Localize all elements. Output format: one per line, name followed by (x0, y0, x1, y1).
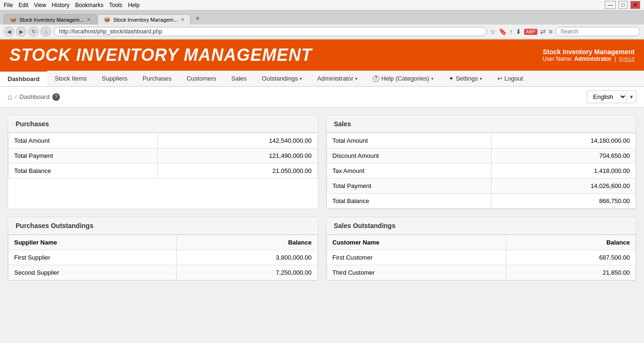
browser-chrome: File Edit View History Bookmarks Tools H… (0, 0, 644, 40)
menu-history[interactable]: History (52, 2, 69, 8)
search-input[interactable] (555, 27, 640, 36)
tab2-close[interactable]: ✕ (181, 17, 184, 22)
more-icon[interactable]: ≡ (549, 28, 552, 35)
browser-tabs: 📦 Stock Inventory Managem... ✕ 📦 Stock I… (0, 10, 644, 24)
sales-label-3: Total Payment (326, 179, 491, 194)
so-row-1: Third Customer 21,850.00 (326, 265, 636, 280)
bookmark-list-icon[interactable]: 🔖 (499, 28, 507, 35)
maximize-button[interactable]: □ (619, 1, 627, 9)
purchases-value-1: 121,490,000.00 (157, 148, 318, 163)
sales-outstandings-header: Sales Outstandings (326, 217, 636, 235)
help-dropdown-arrow: ▾ (431, 76, 434, 81)
nav-administrator[interactable]: Administrator ▾ (309, 71, 365, 86)
language-dropdown-arrow[interactable]: ▾ (627, 91, 636, 102)
username: Administrator (574, 56, 611, 62)
tab1-close[interactable]: ✕ (87, 17, 91, 22)
forward-button[interactable]: ▶ (16, 26, 26, 37)
sales-value-2: 1,418,000.00 (491, 163, 636, 179)
home-browser-button[interactable]: ⌂ (41, 26, 51, 37)
sales-outstandings-table: Customer Name Balance First Customer 687… (326, 235, 636, 280)
nav-suppliers[interactable]: Suppliers (94, 71, 135, 86)
nav-customers[interactable]: Customers (179, 71, 224, 86)
nav-sales[interactable]: Sales (224, 71, 254, 86)
breadcrumb-page: Dashboard (19, 93, 50, 100)
bookmark-star-icon[interactable]: ☆ (490, 28, 496, 35)
admin-dropdown-arrow: ▾ (355, 76, 358, 81)
sales-value-0: 14,180,000.00 (491, 133, 636, 148)
purchases-row-1: Total Payment 121,490,000.00 (8, 148, 318, 163)
nav-outstandings[interactable]: Outstandings ▾ (254, 71, 310, 86)
sales-label-4: Total Balance (326, 194, 491, 209)
sales-card-header: Sales (326, 115, 636, 133)
sales-row-3: Total Payment 14,026,600.00 (326, 179, 636, 194)
minimize-button[interactable]: — (605, 1, 616, 9)
menu-file[interactable]: File (4, 2, 13, 8)
back-button[interactable]: ◀ (4, 26, 14, 37)
browser-tab-1[interactable]: 📦 Stock Inventory Managem... ✕ (4, 14, 97, 24)
so-customer-1: Third Customer (326, 265, 506, 280)
reload-button[interactable]: ↻ (28, 26, 39, 37)
purchases-card-body: Total Amount 142,540,000.00 Total Paymen… (8, 133, 318, 179)
col-customer-name: Customer Name (326, 235, 506, 250)
sales-value-1: 704,650.00 (491, 148, 636, 163)
logout-icon: ↩ (497, 75, 502, 82)
so-customer-0: First Customer (326, 250, 506, 265)
share-icon[interactable]: ↑ (510, 28, 513, 35)
abp-icon[interactable]: ABP (524, 29, 537, 35)
browser-addressbar: ◀ ▶ ↻ ⌂ ☆ 🔖 ↑ ⬇ ABP ⇄ ≡ (0, 24, 644, 39)
app-title: STOCK INVENTORY MANAGEMENT (9, 45, 312, 65)
breadcrumb-info-icon[interactable]: ? (52, 93, 60, 101)
sales-card-body: Total Amount 14,180,000.00 Discount Amou… (326, 133, 636, 209)
po-row-0: First Supplier 3,800,000.00 (8, 250, 318, 265)
new-tab-button[interactable]: + (192, 12, 203, 24)
sync-icon[interactable]: ⇄ (540, 28, 546, 35)
browser-tab-2[interactable]: 📦 Stock Inventory Managem... ✕ (98, 14, 191, 25)
col-supplier-name: Supplier Name (8, 235, 177, 250)
sales-outstandings-header-row: Customer Name Balance (326, 235, 636, 250)
download-icon[interactable]: ⬇ (516, 28, 521, 35)
sales-label-0: Total Amount (326, 133, 491, 148)
home-breadcrumb-icon[interactable]: ⌂ (8, 93, 12, 101)
settings-icon: ✦ (449, 75, 454, 82)
col-balance-sales: Balance (506, 235, 636, 250)
nav-settings[interactable]: ✦ Settings ▾ (441, 71, 490, 86)
menu-edit[interactable]: Edit (18, 2, 28, 8)
settings-dropdown-arrow: ▾ (480, 76, 482, 81)
purchases-row-0: Total Amount 142,540,000.00 (8, 133, 318, 148)
sales-row-2: Tax Amount 1,418,000.00 (326, 163, 636, 179)
tab1-favicon: 📦 (10, 16, 17, 23)
po-supplier-0: First Supplier (8, 250, 177, 265)
nav-logout[interactable]: ↩ Logout (490, 71, 531, 86)
purchases-outstandings-body: Supplier Name Balance First Supplier 3,8… (8, 235, 318, 280)
menu-view[interactable]: View (34, 2, 46, 8)
menu-tools[interactable]: Tools (109, 2, 122, 8)
purchases-outstandings-header-row: Supplier Name Balance (8, 235, 318, 250)
tab2-label: Stock Inventory Managem... (113, 17, 178, 23)
purchases-label-0: Total Amount (8, 133, 158, 148)
user-info: User Name: Administrator | logout (543, 56, 635, 62)
url-bar[interactable] (54, 27, 487, 36)
nav-purchases[interactable]: Purchases (135, 71, 179, 86)
sales-outstandings-card: Sales Outstandings Customer Name Balance… (326, 217, 637, 281)
language-selector[interactable]: English French Spanish ▾ (587, 90, 636, 103)
breadcrumb-bar: ⌂ / Dashboard ? English French Spanish ▾ (0, 87, 644, 107)
language-select-input[interactable]: English French Spanish (587, 91, 627, 103)
menu-help[interactable]: Help (128, 2, 140, 8)
nav-help[interactable]: ? Help (Categories) ▾ (365, 71, 441, 86)
purchases-table: Total Amount 142,540,000.00 Total Paymen… (8, 133, 318, 179)
header-logout-link[interactable]: logout (619, 56, 635, 62)
dashboard-row-2: Purchases Outstandings Supplier Name Bal… (8, 217, 636, 281)
menu-bookmarks[interactable]: Bookmarks (75, 2, 103, 8)
close-button[interactable]: ✕ (630, 1, 640, 9)
outstandings-dropdown-arrow: ▾ (300, 76, 302, 81)
app-header: STOCK INVENTORY MANAGEMENT Stock Invento… (0, 40, 644, 71)
header-app-name: Stock Inventory Management (543, 48, 635, 56)
nav-dashboard[interactable]: Dashboard (0, 71, 47, 86)
po-balance-0: 3,800,000.00 (176, 250, 318, 265)
nav-bar: Dashboard Stock Items Suppliers Purchase… (0, 71, 644, 87)
po-supplier-1: Second Supplier (8, 265, 177, 280)
nav-stock-items[interactable]: Stock Items (47, 71, 94, 86)
purchases-value-2: 21,050,000.00 (157, 163, 318, 179)
breadcrumb-separator: / (15, 93, 17, 100)
main-content: Purchases Total Amount 142,540,000.00 To… (0, 107, 644, 288)
